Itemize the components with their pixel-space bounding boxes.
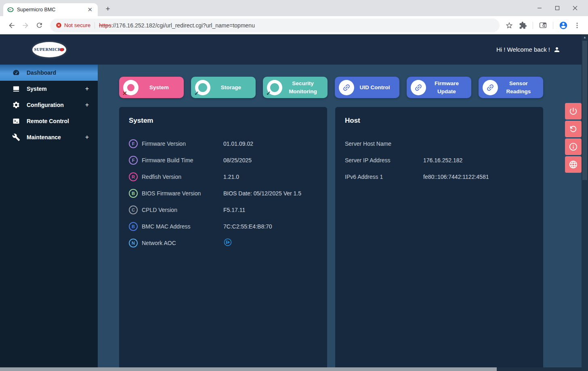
bookmark-star-icon[interactable] [505,21,513,29]
globe-icon [569,160,578,169]
minimize-icon[interactable] [531,0,548,16]
status-check-icon: ✓ [267,80,282,95]
expand-plus-icon[interactable]: + [85,134,89,141]
not-secure-label: Not secure [64,22,90,28]
vertical-scrollbar-thumb[interactable] [582,41,587,180]
network-aoc-row: N Network AOC [129,235,317,251]
ipv6-address-row: IPv6 Address 1 fe80::106:7442:1122:4581 [345,168,533,185]
language-globe-button[interactable] [565,156,582,173]
power-icon [569,107,578,116]
supermicro-logo: SUPERMICRO [32,42,66,57]
browser-tab[interactable]: Supermicro BMC ✕ [3,3,98,16]
system-card: System F Firmware Version 01.01.09.02 F … [119,107,327,367]
quick-button-storage[interactable]: ✓ Storage [191,77,256,98]
main-content: ✕ System ✓ Storage ✓ Security Monitoring… [98,65,582,367]
sidebar-item-label: Maintenance [27,134,85,140]
link-icon [339,80,354,95]
dashboard-gauge-icon [12,69,20,77]
welcome-text: Hi ! Welcome back ! [496,46,550,53]
letter-badge-C: C [129,205,138,214]
quick-button-sensor-readings[interactable]: Sensor Readings [479,77,543,98]
terminal-icon [12,117,20,125]
refresh-button[interactable] [565,121,582,137]
bmc-mac-address-row: B BMC MAC Address 7C:C2:55:E4:B8:70 [129,218,317,235]
system-card-title: System [129,117,317,125]
letter-badge-B: B [129,189,138,198]
host-card-title: Host [345,117,533,125]
reload-icon[interactable] [32,19,46,32]
welcome-area: Hi ! Welcome back ! [496,46,561,53]
expand-plus-icon[interactable]: + [85,101,89,109]
new-tab-button[interactable]: + [103,4,113,14]
network-aoc-launch-icon[interactable] [223,238,232,247]
server-ip-address-row: Server IP Address 176.16.252.182 [345,152,533,168]
quick-button-system[interactable]: ✕ System [119,77,184,98]
tab-title: Supermicro BMC [17,7,86,13]
not-secure-warning-icon [56,22,62,28]
status-cross-icon: ✕ [123,80,139,95]
sidebar-item-label: Dashboard [27,69,89,76]
tab-close-icon[interactable]: ✕ [86,6,94,13]
scrollbar-corner [582,367,588,371]
cpld-version-row: C CPLD Version F5.17.11 [129,201,317,218]
horizontal-scrollbar-thumb[interactable] [0,367,497,371]
back-icon[interactable] [5,19,19,32]
quick-launch-row: ✕ System ✓ Storage ✓ Security Monitoring… [119,77,582,98]
sidebar-item-system[interactable]: System + [0,81,98,97]
sidebar-item-label: Configuration [27,102,85,108]
host-card: Host Server Host Name Server IP Address … [335,107,543,367]
sidebar: Dashboard System + Configuration + Remot… [0,65,98,367]
sidebar-item-configuration[interactable]: Configuration + [0,97,98,113]
user-icon[interactable] [553,46,561,53]
sidebar-item-label: Remote Control [27,118,89,124]
wrench-icon [12,133,20,141]
horizontal-scrollbar[interactable] [0,367,582,371]
not-secure-chip[interactable]: Not secure [56,22,94,28]
info-icon [569,142,578,151]
browser-toolbar: Not secure https://176.16.252.182/cgi/ur… [0,16,588,34]
quick-actions-panel [565,103,582,174]
forward-icon[interactable] [19,19,32,32]
server-host-name-row: Server Host Name [345,135,533,152]
link-icon [483,80,498,95]
profile-avatar-icon[interactable] [559,21,568,30]
status-check-icon: ✓ [195,80,210,95]
firmware-build-time-row: F Firmware Build Time 08/25/2025 [129,152,317,168]
quick-button-uid-control[interactable]: UID Control [335,77,399,98]
link-icon [411,80,426,95]
redfish-version-row: R Redfish Version 1.21.0 [129,168,317,185]
window-controls [531,0,584,16]
sidebar-item-dashboard[interactable]: Dashboard [0,65,98,81]
extensions-icon[interactable] [519,21,527,29]
browser-tab-strip: Supermicro BMC ✕ + [0,0,588,16]
sidebar-item-remote-control[interactable]: Remote Control [0,113,98,129]
close-window-icon[interactable] [566,0,584,16]
quick-button-firmware-update[interactable]: Firmware Update [407,77,471,98]
firmware-version-row: F Firmware Version 01.01.09.02 [129,135,317,152]
bios-firmware-version-row: B BIOS Firmware Version BIOS Date: 05/12… [129,185,317,201]
url-text: https://176.16.252.182/cgi/url_redirect.… [99,22,255,29]
logo-red-dot [60,48,63,51]
letter-badge-B: B [129,222,138,231]
letter-badge-R: R [129,172,138,181]
sidebar-item-maintenance[interactable]: Maintenance + [0,129,98,145]
letter-badge-F: F [129,156,138,165]
expand-plus-icon[interactable]: + [85,85,89,92]
letter-badge-N: N [129,239,138,247]
tab-search-icon[interactable] [539,21,547,29]
app-header: SUPERMICRO Hi ! Welcome back ! [0,34,582,65]
letter-badge-F: F [129,139,138,148]
vertical-scrollbar[interactable]: ▲ [582,34,588,367]
address-bar[interactable]: Not secure https://176.16.252.182/cgi/ur… [50,19,500,32]
quick-button-security-monitoring[interactable]: ✓ Security Monitoring [263,77,328,98]
info-button[interactable] [565,138,582,155]
scroll-up-arrow-icon[interactable]: ▲ [582,34,588,40]
supermicro-favicon [7,6,14,13]
browser-menu-kebab-icon[interactable] [573,22,581,29]
sidebar-item-label: System [27,86,85,92]
gear-icon [12,101,20,109]
maximize-icon[interactable] [548,0,566,16]
refresh-icon [569,124,578,134]
power-control-button[interactable] [565,103,582,119]
monitor-icon [12,85,20,93]
